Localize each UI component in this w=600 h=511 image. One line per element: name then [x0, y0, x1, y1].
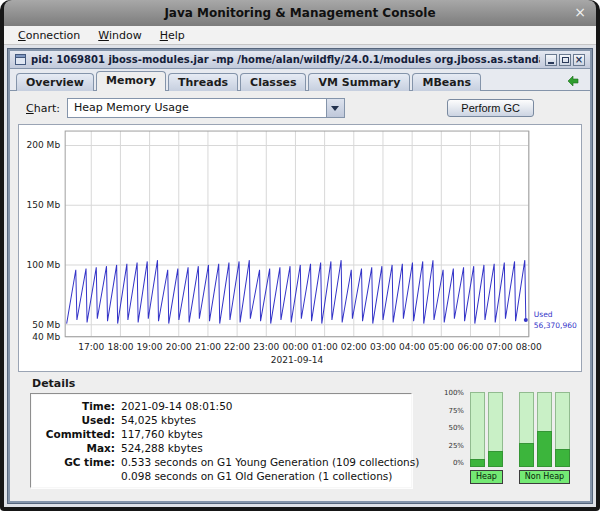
- y-tick-label: 50 Mb: [32, 320, 60, 330]
- used-label: Used: [534, 310, 553, 319]
- percent-label: 50%: [438, 424, 464, 432]
- internal-frame-titlebar: pid: 1069801 jboss-modules.jar -mp /home…: [10, 51, 590, 69]
- heap-usage-line: [67, 260, 526, 323]
- detail-value: 54,025 kbytes: [121, 414, 419, 427]
- connect-refresh-icon[interactable]: [566, 73, 580, 87]
- internal-frame-controls: ×: [545, 54, 585, 66]
- memory-pool-bar[interactable]: [488, 389, 503, 467]
- x-tick-label: 01:00: [312, 342, 338, 352]
- bar-group-non-heap: Non Heap: [519, 389, 570, 484]
- detail-label: Max:: [39, 442, 115, 455]
- maximize-icon[interactable]: [559, 54, 571, 66]
- date-label: 2021-09-14: [271, 355, 324, 365]
- tab-memory[interactable]: Memory: [96, 71, 166, 91]
- memory-bars-panel: 100%75%50%25%0% HeapNon Heap: [438, 389, 570, 484]
- menu-connection[interactable]: Connection: [10, 28, 88, 43]
- bar-group-heap: Heap: [470, 389, 503, 484]
- detail-label: [39, 470, 115, 483]
- y-tick-label: 100 Mb: [27, 260, 61, 270]
- x-tick-label: 17:00: [78, 342, 104, 352]
- y-tick-label: 200 Mb: [27, 140, 61, 150]
- memory-tab-content: Chart: Heap Memory Usage Perform GC 17:0…: [10, 91, 590, 501]
- bar-group-label[interactable]: Non Heap: [519, 470, 570, 484]
- menu-window[interactable]: Window: [90, 28, 149, 43]
- detail-value: 524,288 kbytes: [121, 442, 419, 455]
- detail-label: GC time:: [39, 456, 115, 469]
- percent-label: 75%: [438, 407, 464, 415]
- x-tick-label: 04:00: [399, 342, 425, 352]
- tab-vm-summary[interactable]: VM Summary: [308, 73, 410, 91]
- console-frame-icon: [15, 54, 26, 65]
- tab-classes[interactable]: Classes: [240, 73, 306, 91]
- minimize-icon[interactable]: [545, 54, 557, 66]
- perform-gc-button[interactable]: Perform GC: [447, 99, 534, 117]
- detail-label: Used:: [39, 414, 115, 427]
- percent-label: 0%: [438, 459, 464, 467]
- connection-internal-frame: pid: 1069801 jboss-modules.jar -mp /home…: [8, 49, 592, 503]
- x-tick-label: 03:00: [370, 342, 396, 352]
- memory-pool-bar[interactable]: [537, 389, 552, 467]
- x-tick-label: 21:00: [195, 342, 221, 352]
- chart-select-value: Heap Memory Usage: [68, 99, 326, 117]
- x-tick-label: 18:00: [107, 342, 133, 352]
- tab-threads[interactable]: Threads: [168, 73, 238, 91]
- percent-axis: 100%75%50%25%0%: [438, 389, 464, 467]
- tab-mbeans[interactable]: MBeans: [412, 73, 481, 91]
- detail-value: 0.533 seconds on G1 Young Generation (10…: [121, 456, 419, 469]
- jconsole-window: Java Monitoring & Management Console × C…: [0, 0, 600, 511]
- detail-value: 117,760 kbytes: [121, 428, 419, 441]
- y-tick-label: 150 Mb: [27, 200, 61, 210]
- detail-value: 0.098 seconds on G1 Old Generation (1 co…: [121, 470, 419, 483]
- detail-label: Time:: [39, 400, 115, 413]
- mdi-desktop: pid: 1069801 jboss-modules.jar -mp /home…: [4, 45, 596, 507]
- window-titlebar: Java Monitoring & Management Console ×: [4, 0, 596, 26]
- x-tick-label: 23:00: [253, 342, 279, 352]
- x-tick-label: 08:00: [516, 342, 542, 352]
- used-value: 56,370,960: [534, 321, 577, 330]
- x-tick-label: 22:00: [224, 342, 250, 352]
- details-panel: Time:2021-09-14 08:01:50 Used:54,025 kby…: [30, 393, 412, 488]
- bar-groups: HeapNon Heap: [470, 389, 570, 484]
- details-heading: Details: [32, 377, 75, 390]
- menubar: Connection Window Help: [4, 26, 596, 45]
- percent-label: 100%: [438, 389, 464, 397]
- memory-pool-bar[interactable]: [519, 389, 534, 467]
- percent-label: 25%: [438, 442, 464, 450]
- chart-toolbar: Chart: Heap Memory Usage Perform GC: [18, 97, 582, 119]
- details-section: Details Time:2021-09-14 08:01:50 Used:54…: [18, 377, 582, 488]
- window-title: Java Monitoring & Management Console: [164, 6, 435, 20]
- menu-help[interactable]: Help: [152, 28, 193, 43]
- chart-select-label: Chart:: [26, 102, 60, 115]
- tabbar: Overview Memory Threads Classes VM Summa…: [10, 69, 590, 91]
- chevron-down-icon[interactable]: [326, 99, 344, 117]
- internal-frame-title: pid: 1069801 jboss-modules.jar -mp /home…: [31, 54, 540, 65]
- detail-value: 2021-09-14 08:01:50: [121, 400, 419, 413]
- tab-overview[interactable]: Overview: [16, 73, 94, 91]
- x-tick-label: 02:00: [341, 342, 367, 352]
- x-tick-label: 07:00: [487, 342, 513, 352]
- close-icon[interactable]: ×: [573, 54, 585, 66]
- x-tick-label: 06:00: [457, 342, 483, 352]
- window-close-icon[interactable]: ×: [574, 4, 586, 20]
- x-tick-label: 19:00: [137, 342, 163, 352]
- x-tick-label: 00:00: [282, 342, 308, 352]
- heap-chart-panel: 17:0018:0019:0020:0021:0022:0023:0000:00…: [18, 124, 582, 372]
- memory-pool-bar[interactable]: [555, 389, 570, 467]
- x-tick-label: 20:00: [166, 342, 192, 352]
- chart-select[interactable]: Heap Memory Usage: [67, 98, 345, 118]
- detail-label: Committed:: [39, 428, 115, 441]
- heap-memory-usage-chart: 17:0018:0019:0020:0021:0022:0023:0000:00…: [19, 125, 581, 371]
- series-end-marker: [524, 318, 528, 322]
- y-tick-label: 40 Mb: [32, 332, 60, 342]
- x-tick-label: 05:00: [428, 342, 454, 352]
- memory-pool-bar[interactable]: [470, 389, 485, 467]
- bar-group-label[interactable]: Heap: [470, 470, 503, 484]
